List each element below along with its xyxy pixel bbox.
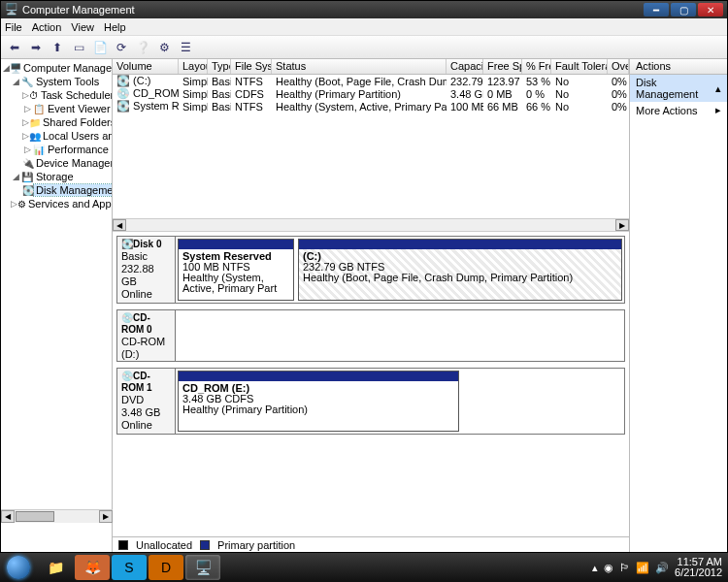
refresh-button[interactable]: ⟳ — [112, 38, 131, 57]
tray-network-icon[interactable]: 📶 — [636, 562, 649, 574]
col-fs[interactable]: File System — [231, 59, 272, 74]
tree-device-manager[interactable]: 🔌Device Manager — [1, 156, 112, 170]
tray-nvidia-icon[interactable]: ◉ — [604, 562, 613, 574]
taskbar-computer-management[interactable]: 🖥️ — [185, 555, 220, 580]
tree-services-apps[interactable]: ▷⚙Services and Applications — [1, 197, 112, 210]
taskbar[interactable]: 📁 🦊 S D 🖥️ ▴ ◉ 🏳 📶 🔊 11:57 AM 6/21/2012 — [0, 553, 728, 582]
volume-list-header[interactable]: Volume Layout Type File System Status Ca… — [113, 59, 629, 75]
volume-row[interactable]: 💽 (C:) Simple Basic NTFS Healthy (Boot, … — [113, 75, 629, 87]
minimize-button[interactable]: ━ — [644, 3, 669, 16]
volume-row[interactable]: 💿 CD_ROM (E:) Simple Basic CDFS Healthy … — [113, 87, 629, 100]
col-layout[interactable]: Layout — [179, 59, 208, 74]
volume-row[interactable]: 💽 System Reserved Simple Basic NTFS Heal… — [113, 100, 629, 113]
tree-shared-folders[interactable]: ▷📁Shared Folders — [1, 115, 112, 129]
cdrom-0[interactable]: 💿CD-ROM 0 CD-ROM (D:) No Media — [116, 309, 625, 362]
taskbar-skype[interactable]: S — [112, 555, 147, 580]
tray-volume-icon[interactable]: 🔊 — [655, 562, 669, 574]
partition-c[interactable]: (C:)232.79 GB NTFSHealthy (Boot, Page Fi… — [298, 239, 622, 301]
navigation-tree[interactable]: ◢🖥️Computer Management (Local ◢🔧System T… — [1, 59, 113, 552]
col-status[interactable]: Status — [272, 59, 447, 74]
actions-header: Actions — [630, 59, 727, 75]
tree-root[interactable]: ◢🖥️Computer Management (Local — [1, 61, 112, 75]
actions-pane: Actions Disk Management▴ More Actions▸ — [630, 59, 727, 552]
center-pane: Volume Layout Type File System Status Ca… — [113, 59, 630, 552]
actions-more[interactable]: More Actions▸ — [630, 102, 727, 118]
tray-clock[interactable]: 11:57 AM 6/21/2012 — [675, 557, 722, 578]
taskbar-explorer[interactable]: 📁 — [38, 555, 73, 580]
menu-view[interactable]: View — [71, 21, 94, 33]
col-pctfree[interactable]: % Free — [522, 59, 551, 74]
col-free[interactable]: Free Space — [483, 59, 522, 74]
col-capacity[interactable]: Capacity — [447, 59, 483, 74]
col-overhead[interactable]: Over — [608, 59, 629, 74]
tree-event-viewer[interactable]: ▷📋Event Viewer — [1, 102, 112, 115]
volume-list[interactable]: 💽 (C:) Simple Basic NTFS Healthy (Boot, … — [113, 75, 629, 218]
titlebar[interactable]: 🖥️ Computer Management ━ ▢ ✕ — [1, 1, 727, 18]
partition-cdrom-e[interactable]: CD_ROM (E:)3.48 GB CDFSHealthy (Primary … — [178, 371, 459, 432]
close-button[interactable]: ✕ — [698, 3, 723, 16]
cdrom-1-info[interactable]: 💿CD-ROM 1 DVD 3.48 GB Online — [117, 369, 176, 434]
window-title: Computer Management — [22, 4, 644, 16]
cdrom-1[interactable]: 💿CD-ROM 1 DVD 3.48 GB Online CD_ROM (E:)… — [116, 368, 625, 435]
legend-primary-swatch — [200, 540, 210, 550]
actions-disk-management[interactable]: Disk Management▴ — [630, 75, 727, 102]
menu-action[interactable]: Action — [32, 21, 62, 33]
tray-show-hidden-icon[interactable]: ▴ — [592, 562, 598, 574]
taskbar-firefox[interactable]: 🦊 — [75, 555, 110, 580]
col-volume[interactable]: Volume — [113, 59, 179, 74]
back-button[interactable]: ⬅ — [5, 38, 24, 57]
tree-hscroll[interactable]: ◀▶ — [1, 509, 113, 523]
legend-primary: Primary partition — [217, 539, 295, 551]
system-tray[interactable]: ▴ ◉ 🏳 📶 🔊 11:57 AM 6/21/2012 — [592, 557, 728, 578]
tray-action-center-icon[interactable]: 🏳 — [619, 562, 630, 573]
menubar: File Action View Help — [1, 18, 727, 36]
forward-button[interactable]: ➡ — [26, 38, 46, 57]
list-button[interactable]: ☰ — [176, 38, 195, 57]
help-button[interactable]: ❔ — [133, 38, 152, 57]
cdrom-0-info[interactable]: 💿CD-ROM 0 CD-ROM (D:) No Media — [117, 310, 176, 361]
tree-storage[interactable]: ◢💾Storage — [1, 170, 112, 183]
col-type[interactable]: Type — [208, 59, 231, 74]
col-fault[interactable]: Fault Tolerance — [551, 59, 608, 74]
tree-task-scheduler[interactable]: ▷⏱Task Scheduler — [1, 88, 112, 102]
properties-button[interactable]: 📄 — [90, 38, 110, 57]
tree-disk-management[interactable]: 💽Disk Management — [1, 183, 112, 197]
disk-graphical-view: 💽Disk 0 Basic 232.88 GB Online System Re… — [113, 232, 629, 536]
settings-button[interactable]: ⚙ — [154, 38, 174, 57]
collapse-icon: ▴ — [715, 82, 721, 95]
partition-system-reserved[interactable]: System Reserved100 MB NTFSHealthy (Syste… — [178, 239, 294, 301]
start-button[interactable] — [0, 553, 37, 582]
maximize-button[interactable]: ▢ — [671, 3, 696, 16]
tree-system-tools[interactable]: ◢🔧System Tools — [1, 75, 112, 88]
disk-0-info[interactable]: 💽Disk 0 Basic 232.88 GB Online — [117, 237, 176, 303]
chevron-right-icon: ▸ — [715, 104, 721, 116]
taskbar-app-d[interactable]: D — [149, 555, 183, 580]
legend: Unallocated Primary partition — [113, 536, 629, 552]
up-button[interactable]: ⬆ — [48, 38, 67, 57]
legend-unallocated: Unallocated — [136, 539, 192, 551]
menu-file[interactable]: File — [5, 21, 22, 33]
legend-unallocated-swatch — [118, 540, 128, 550]
disk-0[interactable]: 💽Disk 0 Basic 232.88 GB Online System Re… — [116, 236, 625, 304]
computer-management-window: 🖥️ Computer Management ━ ▢ ✕ File Action… — [0, 0, 728, 553]
volume-hscroll[interactable]: ◀▶ — [113, 218, 629, 232]
tree-performance[interactable]: ▷📊Performance — [1, 143, 112, 156]
app-icon: 🖥️ — [5, 3, 18, 16]
show-hide-tree-button[interactable]: ▭ — [69, 38, 88, 57]
menu-help[interactable]: Help — [104, 21, 126, 33]
toolbar: ⬅ ➡ ⬆ ▭ 📄 ⟳ ❔ ⚙ ☰ — [1, 36, 727, 59]
tree-local-users[interactable]: ▷👥Local Users and Groups — [1, 129, 112, 143]
